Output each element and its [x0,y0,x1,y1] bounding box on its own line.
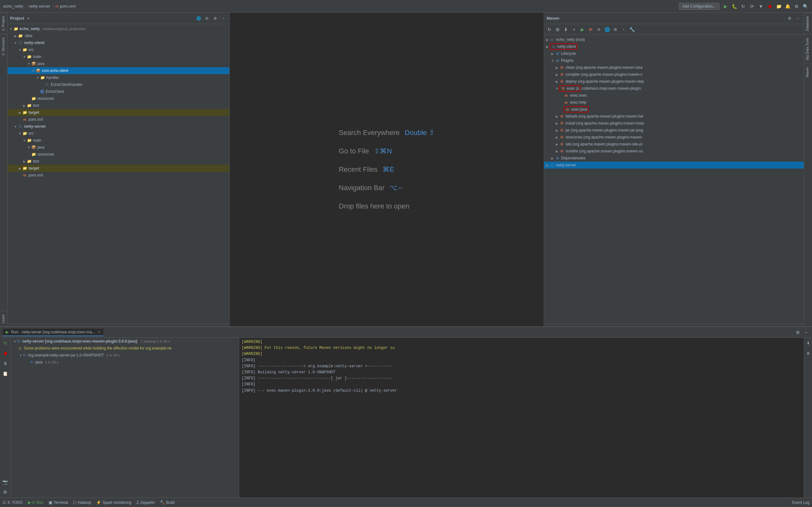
status-todo[interactable]: ☑ 6: TODO [3,500,23,505]
tree-item-main1[interactable]: ▼ 📁 main [8,53,229,60]
maven-wrench-icon[interactable]: 🔧 [628,26,635,33]
maven-sort-icon[interactable]: ↕ [620,26,627,33]
rerun-icon[interactable]: ⟳ [749,3,756,10]
maven-skip-icon[interactable]: ⊘ [595,26,602,33]
tree-item-test2[interactable]: ▶ 📁 test [8,158,229,165]
run-tab-close[interactable]: ✕ [98,330,100,334]
scroll-end-icon[interactable]: ⬇ [804,339,812,347]
maven-item-netty-server[interactable]: ▶ ⬡ netty-server [544,162,804,169]
breadcrumb-project[interactable]: echo_netty [3,4,23,9]
tree-item-test1[interactable]: ▶ 📁 test [8,102,229,109]
maven-item-exec-exec[interactable]: m exec:exec [544,92,804,99]
stop-run-icon[interactable]: ⏹ [1,349,9,357]
stop-icon[interactable]: ⏹ [766,3,773,10]
tree-item-idea[interactable]: ▶ 📁 .idea [8,32,229,39]
project-dropdown-icon[interactable]: ▼ [27,16,30,20]
settings-icon[interactable]: ⚙ [793,3,800,10]
status-event-log[interactable]: Event Log [792,500,809,505]
maven-download-icon[interactable]: ⬇ [562,26,569,33]
tree-item-main2[interactable]: ▼ 📁 main [8,137,229,144]
breadcrumb-file[interactable]: m pom.xml [55,4,75,9]
debug-icon[interactable]: 🐛 [731,3,738,10]
tree-item-pom2[interactable]: m pom.xml [8,172,229,179]
maven-item-echo-netty[interactable]: ▶ ⬡ echo_netty (root) [544,36,804,43]
right-tab-bigdata[interactable]: Big Data Tools [804,34,812,63]
maven-item-resources[interactable]: ▶ ⚙ resources (org.apache.maven.plugins:… [544,134,804,141]
pause-run-icon[interactable]: ⏸ [1,359,9,368]
sidebar-tab-structure[interactable]: 2: Structure [0,34,7,59]
tree-item-echo-client-handler[interactable]: ☉ EchoClientHandler [8,81,229,88]
maven-item-netty-client[interactable]: ▶ ⬡ netty-client [544,43,804,50]
maven-add-icon[interactable]: + [571,26,577,33]
search-icon[interactable]: 🔍 [802,3,809,10]
status-spark[interactable]: ⚡ Spark monitoring [96,500,131,505]
maven-item-deploy[interactable]: ▶ ⚙ deploy (org.apache.maven.plugins:mav… [544,78,804,85]
tree-item-com-echo-client[interactable]: ▼ 📦 com.echo.client [8,67,229,74]
maven-item-lifecycle[interactable]: ▶ ⊞ Lifecycle [544,50,804,57]
tree-item-resources2[interactable]: 📁 resources [8,151,229,158]
tree-item-java1[interactable]: ▼ 📦 java [8,60,229,67]
maven-item-site[interactable]: ▶ ⚙ site (org.apache.maven.plugins:maven… [544,141,804,148]
project-minimize-icon[interactable]: − [220,15,227,22]
sidebar-tab-project[interactable]: 1: Project [0,13,7,34]
run-tree-item-org-example[interactable]: ▼ ↻ org.example:netty-server:jar:1.0-SNA… [11,352,239,359]
tree-item-src1[interactable]: ▼ 📁 src [8,46,229,53]
sidebar-tab-learn[interactable]: Learn [0,311,7,326]
maven-item-surefire[interactable]: ▶ ⚙ surefire (org.apache.maven.plugins:m… [544,148,804,155]
run-tree-item-main[interactable]: ▼ ↻ netty-server [org.codehaus.mojo:exec… [11,338,239,345]
maven-item-clean[interactable]: ▶ ⚙ clean (org.apache.maven.plugins:mave… [544,64,804,71]
maven-minimize-icon[interactable]: − [794,15,801,22]
maven-item-compiler[interactable]: ▶ ⚙ compiler (org.apache.maven.plugins:m… [544,71,804,78]
maven-item-jar[interactable]: ▶ ⚙ jar (org.apache.maven.plugins:maven-… [544,127,804,134]
maven-refresh-icon[interactable]: ↻ [546,26,553,33]
project-settings-icon[interactable]: ⚙ [212,15,218,22]
right-tab-database[interactable]: Database [804,13,812,34]
maven-item-install[interactable]: ▶ ⚙ install (org.apache.maven.plugins:ma… [544,120,804,127]
maven-m-icon[interactable]: m [587,26,594,33]
project-scrollbar[interactable] [8,324,229,326]
tree-item-pom1[interactable]: m pom.xml [8,116,229,123]
tree-item-src2[interactable]: ▼ 📁 src [8,130,229,137]
tree-item-netty-server[interactable]: ▼ ⬡ netty-server [8,123,229,130]
run-tree-item-java[interactable]: ↻ java 1 m 29 s [11,359,239,366]
maven-item-exec-help[interactable]: m exec:help [544,99,804,106]
maven-web-icon[interactable]: 🌐 [604,26,611,33]
maven-item-exec[interactable]: ▼ ⚙ exec (o .codehaus.mojo:exec-maven-pl… [544,85,804,92]
maven-run-icon[interactable]: ▶ [579,26,586,33]
maven-reimport-icon[interactable]: ⊞ [554,26,561,33]
add-configuration-button[interactable]: Add Configuration... [679,3,719,10]
notification-icon[interactable]: 🔔 [784,3,791,10]
status-build[interactable]: 🔨 Build [160,500,175,505]
maven-scrollbar[interactable] [544,324,804,326]
project-gear-icon[interactable]: 🌐 [195,15,202,22]
tree-item-echo-client[interactable]: C EchoClient [8,88,229,95]
run-tree-item-warning[interactable]: ⚠ Some problems were encountered while b… [11,345,239,352]
tree-item-java2[interactable]: ▼ 📦 java [8,144,229,151]
run-panel-minimize-icon[interactable]: − [803,329,809,336]
maven-item-plugins[interactable]: ▼ ⊞ Plugins [544,57,804,64]
settings2-icon[interactable]: ⚙ [1,488,9,496]
status-run[interactable]: ▶ 4: Run [28,500,44,505]
filter-icon[interactable]: ⊕ [804,349,812,357]
tree-item-echo-netty[interactable]: ▼ 📁 echo_netty ~/software/github_project… [8,25,229,32]
folder-icon[interactable]: 📁 [775,3,782,10]
tree-item-resources1[interactable]: 📁 resources [8,95,229,102]
maven-item-failsafe[interactable]: ▶ ⚙ failsafe (org.apache.maven.plugins:m… [544,113,804,120]
maven-lifecycle-icon[interactable]: ⊞ [612,26,619,33]
maven-item-dependencies[interactable]: ▶ ⊞ Dependencies [544,155,804,162]
tree-item-handler[interactable]: ▼ 📁 handler [8,74,229,81]
breadcrumb-module[interactable]: netty-server [29,4,50,9]
run-icon[interactable]: ▶ [722,3,729,10]
tree-item-netty-client[interactable]: ▼ ⬡ netty-client [8,39,229,46]
status-terminal[interactable]: ▣ Terminal [49,500,68,505]
maven-item-exec-java[interactable]: m exec:java [544,106,804,113]
dump-threads-icon[interactable]: 📋 [1,370,9,378]
project-collapse-icon[interactable]: ⊟ [203,15,210,22]
tree-item-target1[interactable]: ▶ 📁 target [8,109,229,116]
status-hadoop[interactable]: ⬡ Hadoop [73,500,91,505]
refresh-icon[interactable]: ↻ [740,3,747,10]
status-zeppelin[interactable]: Z Zeppelin [136,500,155,505]
rerun-run-icon[interactable]: ↻ [1,339,9,347]
maven-settings-icon[interactable]: ⚙ [786,15,793,22]
right-tab-maven[interactable]: Maven [804,63,812,80]
